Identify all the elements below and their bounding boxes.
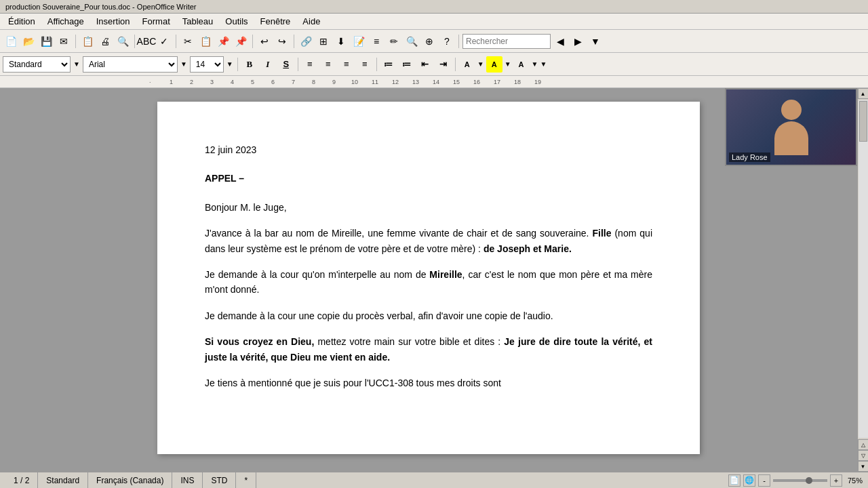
ruler-mark-19: 19 bbox=[534, 79, 541, 85]
cut-btn[interactable]: ✂ bbox=[180, 33, 196, 49]
new-btn[interactable]: 📄 bbox=[3, 33, 19, 49]
scroll-track[interactable] bbox=[859, 100, 868, 438]
menu-outils[interactable]: Outils bbox=[220, 15, 253, 28]
font-color-btn[interactable]: A bbox=[459, 56, 475, 73]
menu-fenetre[interactable]: Fenêtre bbox=[255, 15, 296, 28]
para4-bold: Si vous croyez en Dieu, bbox=[205, 336, 314, 347]
help-btn[interactable]: ? bbox=[439, 33, 455, 49]
save-btn[interactable]: 💾 bbox=[38, 33, 54, 49]
ruler: · 1 2 3 4 5 6 7 8 9 10 11 12 13 14 15 16… bbox=[0, 76, 868, 88]
ins-status: INS bbox=[172, 472, 203, 488]
para4-post: mettez votre main sur votre bible et dit… bbox=[314, 336, 504, 347]
find-btn[interactable]: 🔍 bbox=[403, 33, 420, 49]
page-style-label: Standard bbox=[46, 476, 79, 485]
menu-aide[interactable]: Aide bbox=[297, 15, 326, 28]
redo-btn[interactable]: ↪ bbox=[274, 33, 290, 49]
bold-btn[interactable]: B bbox=[241, 56, 258, 73]
document-page[interactable]: 12 juin 2023 APPEL – Bonjour M. le Juge,… bbox=[157, 102, 700, 454]
spell-btn[interactable]: ABC bbox=[138, 33, 155, 49]
size-select[interactable]: 14 bbox=[190, 56, 224, 73]
ruler-mark-8: 8 bbox=[312, 79, 315, 85]
menu-format[interactable]: Format bbox=[137, 15, 176, 28]
zoom-slider[interactable] bbox=[773, 479, 827, 482]
ruler-mark-9: 9 bbox=[332, 79, 336, 85]
menu-insertion[interactable]: Insertion bbox=[91, 15, 136, 28]
language-label: Français (Canada) bbox=[96, 476, 163, 485]
more-arrow: ▼ bbox=[540, 60, 547, 68]
page-count-label: 1 / 2 bbox=[14, 476, 29, 485]
style-select[interactable]: Standard bbox=[3, 56, 71, 73]
scroll-down-btn[interactable]: ▼ bbox=[858, 461, 869, 472]
indent-less-btn[interactable]: ⇤ bbox=[417, 56, 433, 73]
title-bar-text: production Souveraine_Pour tous.doc - Op… bbox=[5, 3, 196, 11]
paste-btn[interactable]: 📌 bbox=[215, 33, 231, 49]
zoom-in-btn[interactable]: + bbox=[830, 474, 842, 487]
table-btn[interactable]: ⊞ bbox=[315, 33, 332, 49]
sep1 bbox=[75, 35, 76, 48]
view-normal-btn[interactable]: 📄 bbox=[728, 474, 741, 487]
zoom-btn[interactable]: ⊕ bbox=[421, 33, 437, 49]
scroll-thumb[interactable] bbox=[859, 101, 867, 142]
para1-bold: Fille bbox=[592, 228, 611, 239]
ruler-mark-18: 18 bbox=[514, 79, 521, 85]
note-btn[interactable]: 📝 bbox=[351, 33, 367, 49]
view-web-btn[interactable]: 🌐 bbox=[743, 474, 755, 487]
document-area: Lady Rose 12 juin 2023 APPEL – Bonjour M… bbox=[0, 88, 857, 472]
numbering-btn[interactable]: ≔ bbox=[380, 56, 397, 73]
fsep1 bbox=[237, 58, 238, 71]
bg-color-arrow: ▼ bbox=[532, 60, 538, 68]
highlight-btn[interactable]: A bbox=[486, 56, 502, 73]
doc-para2: Je demande à la cour qu'on m'interpelle … bbox=[205, 267, 652, 298]
ruler-mark-15: 15 bbox=[453, 79, 460, 85]
scroll-page-up-btn[interactable]: △ bbox=[858, 439, 869, 450]
menu-tableau[interactable]: Tableau bbox=[177, 15, 219, 28]
highlight-arrow: ▼ bbox=[505, 60, 511, 68]
main-toolbar: 📄 📂 💾 ✉ 📋 🖨 🔍 ABC ✓ ✂ 📋 📌 📌 ↩ ↪ 🔗 ⊞ ⬇ 📝 … bbox=[0, 30, 868, 53]
scroll-up-btn[interactable]: ▲ bbox=[858, 88, 869, 99]
draw-btn[interactable]: ✏ bbox=[386, 33, 402, 49]
italic-btn[interactable]: I bbox=[260, 56, 276, 73]
paste-special-btn[interactable]: 📌 bbox=[233, 33, 249, 49]
menu-bar: Édition Affichage Insertion Format Table… bbox=[0, 14, 868, 30]
search-input[interactable] bbox=[462, 34, 551, 49]
search-options-btn[interactable]: ▼ bbox=[587, 33, 604, 49]
ruler-mark-4: 4 bbox=[231, 79, 234, 85]
preview-btn[interactable]: 🔍 bbox=[115, 33, 131, 49]
email-btn[interactable]: ✉ bbox=[56, 33, 72, 49]
search-prev-btn[interactable]: ◀ bbox=[552, 33, 568, 49]
zoom-slider-thumb[interactable] bbox=[806, 477, 812, 484]
insert-btn[interactable]: ⬇ bbox=[333, 33, 349, 49]
underline-btn[interactable]: S bbox=[278, 56, 294, 73]
font-arrow: ▼ bbox=[180, 60, 187, 68]
para1-bold2: de Joseph et Marie. bbox=[484, 243, 572, 254]
menu-edition[interactable]: Édition bbox=[3, 15, 41, 28]
hyperlink-btn[interactable]: 🔗 bbox=[298, 33, 314, 49]
undo-btn[interactable]: ↩ bbox=[256, 33, 273, 49]
sep6 bbox=[458, 35, 459, 48]
align-right-btn[interactable]: ≡ bbox=[338, 56, 355, 73]
print-btn[interactable]: 🖨 bbox=[97, 33, 113, 49]
sep5 bbox=[294, 35, 294, 48]
menu-affichage[interactable]: Affichage bbox=[42, 15, 90, 28]
pdf-btn[interactable]: 📋 bbox=[79, 33, 96, 49]
bullets-btn[interactable]: ≔ bbox=[399, 56, 415, 73]
align-justify-btn[interactable]: ≡ bbox=[357, 56, 373, 73]
open-btn[interactable]: 📂 bbox=[20, 33, 37, 49]
scroll-page-down-btn[interactable]: ▽ bbox=[858, 450, 869, 461]
doc-para1: J'avance à la bar au nom de Mireille, un… bbox=[205, 226, 652, 256]
font-select[interactable]: Arial bbox=[83, 56, 178, 73]
ruler-mark-12: 12 bbox=[392, 79, 399, 85]
video-label: Lady Rose bbox=[729, 152, 770, 162]
zoom-out-btn[interactable]: - bbox=[758, 474, 770, 487]
sep4 bbox=[252, 35, 253, 48]
doc-date: 12 juin 2023 bbox=[205, 142, 652, 157]
align-center-btn[interactable]: ≡ bbox=[320, 56, 336, 73]
field-btn[interactable]: ≡ bbox=[368, 33, 384, 49]
para2-bold: Mireille bbox=[429, 269, 462, 280]
align-left-btn[interactable]: ≡ bbox=[302, 56, 318, 73]
autocorrect-btn[interactable]: ✓ bbox=[156, 33, 172, 49]
indent-more-btn[interactable]: ⇥ bbox=[435, 56, 452, 73]
copy-btn[interactable]: 📋 bbox=[197, 33, 214, 49]
search-next-btn[interactable]: ▶ bbox=[570, 33, 586, 49]
bg-color-btn[interactable]: A bbox=[513, 56, 530, 73]
